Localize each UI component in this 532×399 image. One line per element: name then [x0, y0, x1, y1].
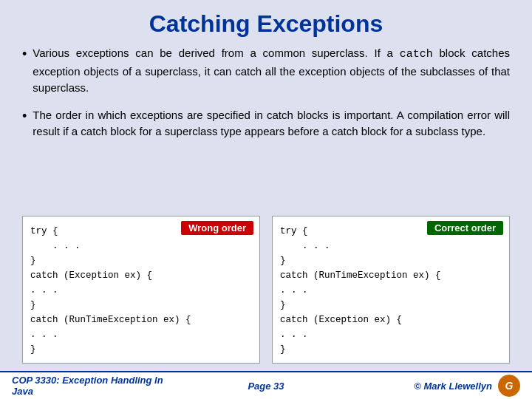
bullet-dot-2: • — [22, 107, 27, 126]
logo-icon: G — [498, 375, 520, 397]
footer-copyright: © Mark Llewellyn — [414, 381, 492, 392]
bullet-item-1: • Various exceptions can be derived from… — [22, 45, 510, 97]
wrong-order-code: try { . . . } catch (Exception ex) { . .… — [30, 224, 252, 357]
code-panels: Wrong order try { . . . } catch (Excepti… — [0, 216, 532, 364]
correct-order-panel: Correct order try { . . . } catch (RunTi… — [272, 216, 510, 364]
footer-right: © Mark Llewellyn G — [351, 375, 520, 397]
catch-code: catch — [400, 48, 433, 61]
slide: Catching Exceptions • Various exceptions… — [0, 0, 532, 399]
correct-order-label: Correct order — [427, 221, 503, 235]
bullet-dot-1: • — [22, 45, 27, 64]
footer-center: Page 33 — [181, 381, 350, 392]
footer: COP 3330: Exception Handling In Java Pag… — [0, 371, 532, 399]
wrong-order-panel: Wrong order try { . . . } catch (Excepti… — [22, 216, 260, 364]
bullet-text-2: The order in which exceptions are specif… — [33, 107, 510, 140]
title-area: Catching Exceptions — [0, 0, 532, 45]
footer-left: COP 3330: Exception Handling In Java — [12, 375, 181, 397]
correct-order-code: try { . . . } catch (RunTimeException ex… — [280, 224, 502, 357]
wrong-order-label: Wrong order — [181, 221, 253, 235]
page-title: Catching Exceptions — [15, 10, 517, 38]
content-area: • Various exceptions can be derived from… — [0, 45, 532, 208]
bullet-item-2: • The order in which exceptions are spec… — [22, 107, 510, 140]
bullet-text-1: Various exceptions can be derived from a… — [33, 45, 510, 97]
